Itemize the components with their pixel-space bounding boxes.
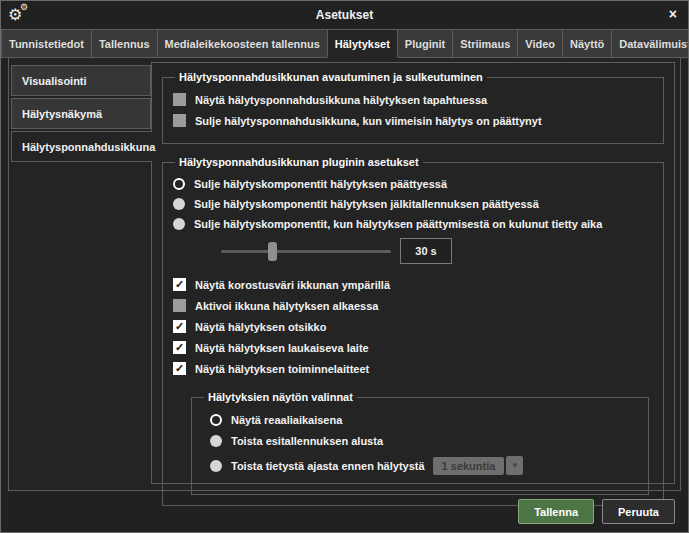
small-gear-icon: ⚙ (20, 2, 28, 12)
radio-row: Toista tietystä ajasta ennen hälytystä1 … (210, 456, 638, 475)
tab-medialeikekoosteen-tallennus[interactable]: Medialeikekoosteen tallennus (157, 29, 328, 58)
close-components-radios: Sulje hälytyskomponentit hälytyksen päät… (173, 178, 653, 230)
checkbox-row: Näytä hälytysponnahdusikkuna hälytyksen … (173, 93, 653, 106)
tab-datav-limuisti[interactable]: Datavälimuisti (611, 29, 689, 58)
popup-open-close-checkboxes: Näytä hälytysponnahdusikkuna hälytyksen … (173, 93, 653, 127)
popup-open-close-group: Hälytysponnahdusikkunan avautuminen ja s… (162, 71, 664, 144)
alarm-display-choices-group: Hälytyksien näytön valinnat Näytä reaali… (191, 391, 649, 495)
delay-slider-handle[interactable] (268, 242, 277, 261)
checkbox-checked-icon[interactable]: ✓ (173, 362, 186, 375)
display-option-checkboxes: ✓Näytä korostusväri ikkunan ympärilläAkt… (173, 278, 653, 375)
content-panel: Hälytysponnahdusikkunan avautuminen ja s… (151, 62, 675, 484)
radio-row: Sulje hälytyskomponentit hälytyksen päät… (173, 178, 653, 190)
tab-h-lytykset[interactable]: Hälytykset (327, 29, 398, 58)
checkbox-checked-icon[interactable]: ✓ (173, 278, 186, 291)
radio-label: Toista tietystä ajasta ennen hälytystä (231, 460, 425, 472)
tab-tallennus[interactable]: Tallennus (91, 29, 158, 58)
tab-pluginit[interactable]: Pluginit (397, 29, 453, 58)
checkbox-row: ✓Näytä korostusväri ikkunan ympärillä (173, 278, 653, 291)
checkbox-row: ✓Näytä hälytyksen laukaiseva laite (173, 341, 653, 354)
radio-label: Sulje hälytyskomponentit hälytyksen jälk… (194, 198, 539, 210)
delay-value-box[interactable]: 30 s (400, 238, 452, 264)
checkbox-unchecked-icon[interactable] (173, 114, 186, 127)
radio-label: Toista esitallennuksen alusta (231, 435, 383, 447)
checkbox-unchecked-icon[interactable] (173, 299, 186, 312)
radio-selected-icon[interactable] (210, 414, 222, 426)
radio-row: Sulje hälytyskomponentit, kun hälytyksen… (173, 218, 653, 230)
popup-plugin-settings-group: Hälytysponnahdusikkunan pluginin asetuks… (162, 156, 664, 506)
save-button[interactable]: Tallenna (518, 499, 594, 524)
radio-selected-icon[interactable] (173, 178, 185, 190)
close-icon[interactable]: × (669, 6, 677, 22)
radio-unselected-icon[interactable] (210, 460, 222, 472)
title-bar: ⚙ ⚙ Asetukset × (1, 1, 688, 29)
radio-label: Sulje hälytyskomponentit hälytyksen päät… (194, 178, 447, 190)
checkbox-label: Näytä korostusväri ikkunan ympärillä (195, 279, 390, 291)
radio-row: Näytä reaaliaikaisena (210, 414, 638, 426)
settings-gear-icon: ⚙ ⚙ (8, 4, 32, 26)
radio-unselected-icon[interactable] (210, 435, 222, 447)
settings-window: ⚙ ⚙ Asetukset × TunnistetiedotTallennusM… (0, 0, 689, 533)
dropdown-arrow-icon[interactable]: ▼ (506, 456, 523, 475)
radio-unselected-icon[interactable] (173, 198, 185, 210)
group-legend: Hälytysponnahdusikkunan avautuminen ja s… (175, 71, 487, 83)
checkbox-checked-icon[interactable]: ✓ (173, 320, 186, 333)
tab-video[interactable]: Video (517, 29, 563, 58)
delay-slider-track[interactable] (221, 250, 391, 253)
checkbox-row: ✓Näytä hälytyksen otsikko (173, 320, 653, 333)
checkbox-label: Aktivoi ikkuna hälytyksen alkaessa (195, 300, 378, 312)
radio-row: Sulje hälytyskomponentit hälytyksen jälk… (173, 198, 653, 210)
sidebar: VisualisointiHälytysnäkymäHälytysponnahd… (11, 62, 151, 484)
radio-label: Näytä reaaliaikaisena (231, 414, 342, 426)
tab-n-ytt[interactable]: Näyttö (562, 29, 612, 58)
checkbox-label: Näytä hälytysponnahdusikkuna hälytyksen … (195, 94, 487, 106)
pre-alarm-time-dropdown: 1 sekuntia▼ (433, 456, 524, 475)
radio-label: Sulje hälytyskomponentit, kun hälytyksen… (194, 218, 602, 230)
checkbox-row: ✓Näytä hälytyksen toiminnelaitteet (173, 362, 653, 375)
sidebar-item-h-lytysn-kym[interactable]: Hälytysnäkymä (11, 98, 151, 129)
checkbox-row: Aktivoi ikkuna hälytyksen alkaessa (173, 299, 653, 312)
alarms-tab-page: VisualisointiHälytysnäkymäHälytysponnahd… (8, 58, 681, 491)
checkbox-unchecked-icon[interactable] (173, 93, 186, 106)
radio-row: Toista esitallennuksen alusta (210, 435, 638, 447)
group-legend: Hälytyksien näytön valinnat (204, 391, 357, 403)
checkbox-checked-icon[interactable]: ✓ (173, 341, 186, 354)
window-title: Asetukset (1, 8, 688, 22)
checkbox-label: Näytä hälytyksen laukaiseva laite (195, 342, 369, 354)
checkbox-row: Sulje hälytysponnahdusikkuna, kun viimei… (173, 114, 653, 127)
sidebar-item-h-lytysponnahdusikkuna[interactable]: Hälytysponnahdusikkuna (11, 131, 152, 162)
checkbox-label: Näytä hälytyksen toiminnelaitteet (195, 363, 369, 375)
tab-bar: TunnistetiedotTallennusMedialeikekoostee… (1, 29, 688, 58)
radio-unselected-icon[interactable] (173, 218, 185, 230)
alarm-display-radios: Näytä reaaliaikaisenaToista esitallennuk… (202, 414, 638, 475)
sidebar-item-visualisointi[interactable]: Visualisointi (11, 65, 151, 96)
dropdown-value[interactable]: 1 sekuntia (433, 457, 505, 475)
footer-bar: Tallenna Peruuta (1, 491, 688, 532)
cancel-button[interactable]: Peruuta (602, 499, 675, 524)
checkbox-label: Näytä hälytyksen otsikko (195, 321, 326, 333)
checkbox-label: Sulje hälytysponnahdusikkuna, kun viimei… (195, 115, 542, 127)
group-legend: Hälytysponnahdusikkunan pluginin asetuks… (175, 156, 423, 168)
delay-slider-row: 30 s (221, 238, 653, 264)
tab-tunnistetiedot[interactable]: Tunnistetiedot (1, 29, 92, 58)
tab-striimaus[interactable]: Striimaus (452, 29, 518, 58)
